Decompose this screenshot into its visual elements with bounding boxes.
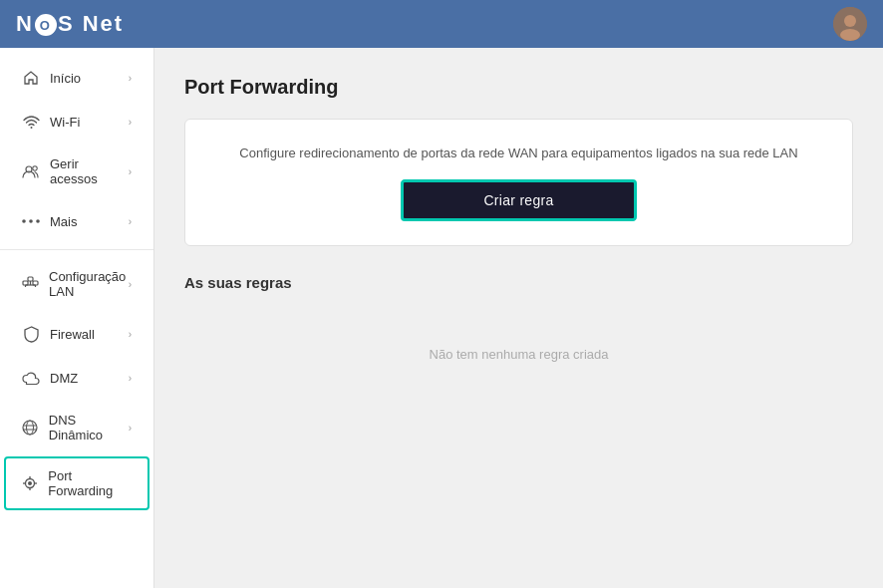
sidebar-label-dns-dinamico: DNS Dinâmico (49, 413, 129, 442)
sidebar-label-firewall: Firewall (50, 327, 95, 342)
sidebar-item-port-forwarding[interactable]: Port Forwarding (4, 456, 149, 510)
sidebar-label-mais: Mais (50, 214, 77, 229)
svg-point-8 (36, 219, 40, 223)
cloud-icon (22, 369, 40, 387)
sidebar-label-dmz: DMZ (50, 371, 78, 386)
svg-rect-10 (28, 277, 33, 281)
sidebar-item-dns-dinamico[interactable]: DNS Dinâmico › (4, 401, 149, 454)
logo: NOS Net (16, 11, 124, 37)
chevron-icon: › (129, 216, 132, 227)
svg-point-5 (33, 166, 37, 170)
chevron-icon: › (129, 423, 132, 434)
shield-icon (22, 325, 40, 343)
chevron-icon: › (129, 166, 132, 177)
sidebar-item-dmz[interactable]: DMZ › (4, 357, 149, 399)
svg-rect-9 (23, 281, 28, 285)
svg-point-3 (30, 127, 32, 129)
sidebar-item-inicio[interactable]: Início › (4, 57, 149, 99)
svg-point-16 (23, 421, 37, 435)
logo-text: NOS Net (16, 11, 124, 37)
users-icon (22, 162, 40, 180)
svg-point-7 (29, 219, 33, 223)
sidebar: Início › Wi-Fi › (0, 48, 154, 588)
svg-point-1 (844, 15, 856, 27)
page-title: Port Forwarding (184, 76, 853, 99)
svg-point-2 (840, 29, 860, 41)
wifi-icon (22, 113, 40, 131)
info-text: Configure redirecionamento de portas da … (239, 144, 797, 163)
chevron-icon: › (129, 373, 132, 384)
rules-section: As suas regras Não tem nenhuma regra cri… (184, 274, 853, 402)
main-content: Port Forwarding Configure redirecionamen… (154, 48, 883, 588)
create-rule-button[interactable]: Criar regra (401, 179, 636, 221)
home-icon (22, 69, 40, 87)
globe-icon (22, 419, 39, 437)
sidebar-label-wifi: Wi-Fi (50, 115, 80, 130)
info-card: Configure redirecionamento de portas da … (184, 119, 853, 246)
svg-point-25 (28, 481, 32, 485)
svg-rect-11 (33, 281, 38, 285)
layout: Início › Wi-Fi › (0, 48, 883, 588)
sidebar-item-gerir-acessos[interactable]: Gerir acessos › (4, 145, 149, 198)
header: NOS Net (0, 0, 883, 48)
chevron-icon: › (129, 329, 132, 340)
empty-state-text: Não tem nenhuma regra criada (184, 307, 853, 402)
sidebar-item-configuracao-lan[interactable]: Configuração LAN › (4, 257, 149, 311)
plug-icon (22, 474, 38, 492)
avatar[interactable] (833, 7, 867, 41)
dots-icon (22, 212, 40, 230)
sidebar-label-port-forwarding: Port Forwarding (48, 468, 132, 498)
rules-section-title: As suas regras (184, 274, 853, 291)
sidebar-item-mais[interactable]: Mais › (4, 200, 149, 242)
chevron-icon: › (129, 279, 132, 290)
chevron-icon: › (129, 117, 132, 128)
sidebar-divider (0, 249, 153, 250)
svg-point-17 (27, 421, 34, 435)
sidebar-item-firewall[interactable]: Firewall › (4, 313, 149, 355)
chevron-icon: › (129, 73, 132, 84)
sidebar-label-gerir-acessos: Gerir acessos (50, 156, 129, 186)
lan-icon (22, 275, 39, 293)
sidebar-label-configuracao-lan: Configuração LAN (49, 269, 129, 299)
sidebar-label-inicio: Início (50, 71, 81, 86)
sidebar-item-wifi[interactable]: Wi-Fi › (4, 101, 149, 143)
svg-point-6 (22, 219, 26, 223)
